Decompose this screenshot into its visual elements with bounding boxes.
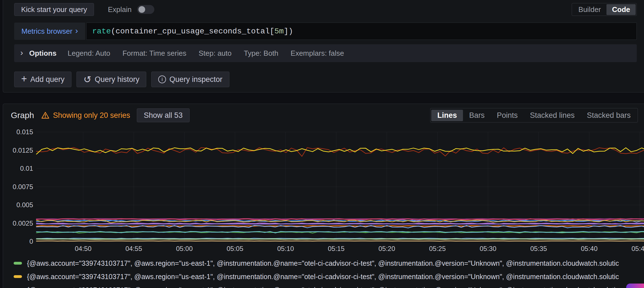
promql-function-token: rate: [92, 27, 111, 36]
builder-mode-option[interactable]: Builder: [573, 4, 606, 15]
legend-row[interactable]: {@aws.account="339743103717", @aws.regio…: [14, 270, 644, 283]
x-axis-label: 05:10: [277, 245, 294, 253]
promql-close-token: ]): [284, 27, 293, 36]
query-inspector-button[interactable]: iQuery inspector: [151, 72, 229, 87]
metrics-browser-button[interactable]: Metrics browser ›: [14, 23, 85, 40]
y-axis-label: 0.005: [3, 201, 33, 209]
query-row: Metrics browser › rate(container_cpu_usa…: [14, 23, 637, 40]
graph-header: Graph Showing only 20 series Show all 53…: [3, 108, 644, 123]
x-axis-label: 05:40: [581, 245, 598, 253]
time-series-chart[interactable]: 00.00250.0050.00750.010.01250.01504:5004…: [3, 123, 644, 255]
y-axis-label: 0: [3, 238, 33, 245]
query-editor-toolbar: Kick start your query Explain Builder Co…: [14, 3, 637, 16]
graph-title: Graph: [11, 111, 34, 120]
y-axis-label: 0.0025: [3, 219, 33, 227]
y-axis-label: 0.0075: [3, 183, 33, 191]
options-summary-item: Legend: Auto: [68, 49, 110, 57]
legend-swatch: [14, 275, 22, 278]
x-axis-label: 05:00: [176, 245, 193, 253]
chart-canvas: [3, 123, 644, 255]
query-editor-panel: Kick start your query Explain Builder Co…: [3, 0, 644, 92]
explain-toggle-knob: [138, 6, 145, 13]
series-line-cpu-rate-tan: [36, 241, 644, 241]
x-axis-label: 05:05: [227, 245, 243, 253]
explain-label: Explain: [108, 5, 132, 14]
legend-row[interactable]: {@aws.account="339743103717", @aws.regio…: [14, 257, 644, 270]
y-axis-label: 0.0125: [3, 147, 33, 154]
kick-start-query-button[interactable]: Kick start your query: [14, 3, 94, 16]
graph-style-switch: LinesBarsPointsStacked linesStacked bars: [430, 108, 638, 123]
series-limit-warning-text: Showing only 20 series: [53, 111, 130, 120]
promql-metric-token: (container_cpu_usage_seconds_total[: [111, 27, 274, 36]
metrics-browser-label: Metrics browser: [21, 27, 72, 36]
legend-swatch: [14, 262, 22, 265]
x-axis-label: 05:45: [631, 245, 644, 253]
graph-style-stacked-lines[interactable]: Stacked lines: [524, 110, 581, 121]
chevron-right-icon: ›: [75, 26, 78, 35]
x-axis-label: 04:50: [75, 245, 91, 253]
graph-style-lines[interactable]: Lines: [431, 110, 463, 121]
chevron-right-icon: ›: [20, 48, 23, 57]
chart-legend: {@aws.account="339743103717", @aws.regio…: [14, 257, 644, 288]
editor-mode-switch: Builder Code: [572, 3, 637, 16]
options-summary: Legend: AutoFormat: Time seriesStep: aut…: [68, 49, 356, 58]
graph-style-stacked-bars[interactable]: Stacked bars: [581, 110, 637, 121]
button-label: Add query: [30, 75, 65, 84]
code-mode-option[interactable]: Code: [606, 4, 636, 15]
warning-icon: [41, 111, 49, 119]
query-actions-row: +Add query↺Query historyiQuery inspector: [14, 72, 637, 87]
button-label: Query history: [95, 75, 140, 84]
promql-code-editor[interactable]: rate(container_cpu_usage_seconds_total[5…: [86, 23, 637, 40]
series-line-cpu-rate-violet-flat: [36, 224, 644, 224]
options-summary-item: Format: Time series: [122, 49, 186, 57]
grafana-assistant-corner-button[interactable]: [626, 284, 644, 288]
y-axis-label: 0.015: [3, 128, 33, 136]
graph-style-bars[interactable]: Bars: [463, 110, 491, 121]
options-summary-item: Step: auto: [199, 49, 232, 57]
legend-label: {@aws.account="339743103717", @aws.regio…: [27, 259, 619, 267]
x-axis-label: 04:55: [125, 245, 142, 253]
explain-toggle[interactable]: [137, 5, 154, 14]
x-axis-label: 05:20: [378, 245, 395, 253]
grafana-explore-page: Kick start your query Explain Builder Co…: [0, 0, 644, 288]
query-history-button[interactable]: ↺Query history: [76, 72, 146, 87]
options-title: Options: [29, 49, 56, 58]
info-icon: i: [158, 75, 166, 83]
options-summary-item: Exemplars: false: [291, 49, 344, 57]
x-axis-label: 05:30: [480, 245, 496, 253]
graph-style-points[interactable]: Points: [491, 110, 524, 121]
show-all-series-button[interactable]: Show all 53: [137, 108, 190, 122]
options-summary-item: Type: Both: [244, 49, 278, 57]
series-line-cpu-rate-pale-green: [36, 239, 644, 239]
x-axis-label: 05:25: [429, 245, 446, 253]
promql-duration-token: 5m: [274, 27, 284, 36]
x-axis-label: 05:35: [530, 245, 547, 253]
y-axis-label: 0.01: [3, 165, 33, 172]
options-collapser[interactable]: › Options Legend: AutoFormat: Time serie…: [14, 44, 637, 62]
x-axis-label: 05:15: [328, 245, 345, 253]
button-label: Query inspector: [169, 75, 222, 84]
legend-label: {@aws.account="339743103717", @aws.regio…: [27, 286, 619, 288]
series-limit-warning: Showing only 20 series: [41, 111, 130, 120]
add-query-button[interactable]: +Add query: [14, 72, 71, 87]
graph-panel: Graph Showing only 20 series Show all 53…: [3, 104, 644, 288]
legend-label: {@aws.account="339743103717", @aws.regio…: [27, 273, 619, 281]
legend-row[interactable]: {@aws.account="339743103717", @aws.regio…: [14, 283, 644, 288]
